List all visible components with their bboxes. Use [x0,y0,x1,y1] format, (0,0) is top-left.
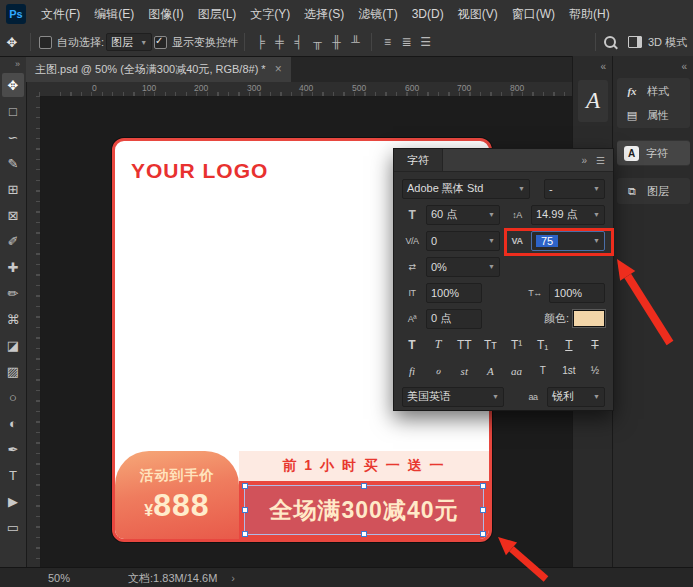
kerning-dropdown[interactable]: 0▼ [426,231,500,251]
menu-select[interactable]: 选择(S) [297,0,351,28]
workspace-icon[interactable] [628,36,642,48]
tracking-input[interactable]: 75 ▼ [531,231,605,251]
ligatures-button[interactable]: fi [403,365,421,377]
align-center-h-icon[interactable]: ╪ [272,35,287,49]
menu-help[interactable]: 帮助(H) [562,0,617,28]
menu-view[interactable]: 视图(V) [451,0,505,28]
align-middle-icon[interactable]: ╫ [329,35,344,49]
dodge-tool-icon[interactable]: ◐ [2,411,24,435]
selection-handle[interactable] [242,483,248,489]
selection-handle[interactable] [361,483,367,489]
healing-brush-tool-icon[interactable]: ✚ [2,255,24,279]
styles-panel-button[interactable]: fx 样式 [617,79,690,103]
character-panel-tab[interactable]: 字符 [394,149,443,171]
tsume-dropdown[interactable]: 0%▼ [426,257,500,277]
vertical-scale-input[interactable]: 100% [426,283,482,303]
banner-text[interactable]: 全场满300减40元 [270,495,459,526]
menu-edit[interactable]: 编辑(E) [87,0,141,28]
distribute-v-icon[interactable]: ≡ [380,35,395,49]
menu-3d[interactable]: 3D(D) [405,0,451,28]
titling-alternates-button[interactable]: T [534,365,552,376]
font-size-dropdown[interactable]: 60 点▼ [426,205,500,225]
baseline-shift-input[interactable]: 0 点 [426,309,482,329]
leading-dropdown[interactable]: 14.99 点▼ [531,205,605,225]
frame-tool-icon[interactable]: ⊠ [2,203,24,227]
contextual-alternates-button[interactable]: ℴ [429,364,447,377]
show-transform-checkbox[interactable] [154,36,167,49]
layers-panel-button[interactable]: ⧉ 图层 [617,179,690,203]
menu-filter[interactable]: 滤镜(T) [351,0,404,28]
font-style-dropdown[interactable]: -▼ [544,179,605,199]
marquee-tool-icon[interactable]: □ [2,99,24,123]
align-bottom-icon[interactable]: ╨ [348,35,363,49]
anti-alias-dropdown[interactable]: 锐利▼ [547,387,605,407]
font-family-dropdown[interactable]: Adobe 黑体 Std▼ [402,179,530,199]
distribute-center-icon[interactable]: ☰ [418,35,433,49]
discretionary-ligatures-button[interactable]: st [455,365,473,377]
eyedropper-tool-icon[interactable]: ✐ [2,229,24,253]
menu-type[interactable]: 文字(Y) [243,0,297,28]
shape-tool-icon[interactable]: ▭ [2,515,24,539]
dock-collapse-icon[interactable]: « [573,56,613,76]
clone-stamp-tool-icon[interactable]: ⌘ [2,307,24,331]
fractions-button[interactable]: ½ [586,365,604,376]
align-top-icon[interactable]: ╥ [310,35,325,49]
panel-collapse-icon[interactable]: » [581,155,587,166]
stylistic-alternates-button[interactable]: aa [508,365,526,377]
menu-window[interactable]: 窗口(W) [505,0,562,28]
character-panel-button[interactable]: A 字符 [617,141,690,165]
crop-tool-icon[interactable]: ⊞ [2,177,24,201]
selection-handle[interactable] [480,531,486,537]
strikethrough-button[interactable]: T [586,338,604,352]
selection-handle[interactable] [361,531,367,537]
selection-handle[interactable] [480,483,486,489]
ordinals-button[interactable]: 1st [560,365,578,376]
dock-collapse-icon[interactable]: « [613,56,693,76]
document-tab[interactable]: 主图.psd @ 50% (全场满300减40元, RGB/8#) * × [26,56,291,82]
lasso-tool-icon[interactable]: ∽ [2,125,24,149]
selection-handle[interactable] [242,531,248,537]
glyphs-panel-icon[interactable]: A [578,80,608,122]
path-selection-tool-icon[interactable]: ▶ [2,489,24,513]
auto-select-checkbox[interactable] [39,36,52,49]
auto-select-dropdown[interactable]: 图层▼ [106,33,152,51]
close-icon[interactable]: × [275,62,282,76]
properties-panel-button[interactable]: ▤ 属性 [617,103,690,127]
horizontal-scale-input[interactable]: 100% [549,283,605,303]
small-caps-button[interactable]: Tᴛ [481,338,499,352]
promo-banner[interactable]: 全场满300减40元 [239,481,489,539]
selection-handle[interactable] [242,507,248,513]
panel-menu-icon[interactable]: ☰ [596,155,605,166]
gradient-tool-icon[interactable]: ▨ [2,359,24,383]
menu-layer[interactable]: 图层(L) [191,0,244,28]
selection-handle[interactable] [480,507,486,513]
vertical-ruler[interactable] [26,96,41,567]
blur-tool-icon[interactable]: ○ [2,385,24,409]
subscript-button[interactable]: T₁ [534,338,552,352]
move-tool-icon[interactable]: ✥ [2,73,24,97]
ruler-tick: 200 [194,83,208,93]
language-dropdown[interactable]: 美国英语▼ [402,387,504,407]
brush-tool-icon[interactable]: ✏ [2,281,24,305]
menu-image[interactable]: 图像(I) [141,0,190,28]
object-selection-tool-icon[interactable]: ✎ [2,151,24,175]
type-tool-icon[interactable]: T [2,463,24,487]
menu-file[interactable]: 文件(F) [34,0,87,28]
all-caps-button[interactable]: TT [455,338,473,352]
align-right-icon[interactable]: ╡ [291,35,306,49]
text-color-swatch[interactable] [573,310,605,327]
status-chevron-icon[interactable]: › [231,572,235,584]
horizontal-ruler[interactable]: 0 100 200 300 400 500 600 700 800 [26,82,572,97]
distribute-h-icon[interactable]: ≣ [399,35,414,49]
align-left-icon[interactable]: ╞ [253,35,268,49]
zoom-level[interactable]: 50% [48,572,70,584]
eraser-tool-icon[interactable]: ◪ [2,333,24,357]
toolbar-collapse-icon[interactable]: » [15,56,26,72]
underline-button[interactable]: T [560,338,578,352]
pen-tool-icon[interactable]: ✒ [2,437,24,461]
superscript-button[interactable]: T¹ [508,338,526,352]
swash-button[interactable]: A [481,365,499,377]
faux-italic-button[interactable]: T [429,337,447,352]
faux-bold-button[interactable]: T [403,338,421,352]
search-icon[interactable] [604,36,616,48]
